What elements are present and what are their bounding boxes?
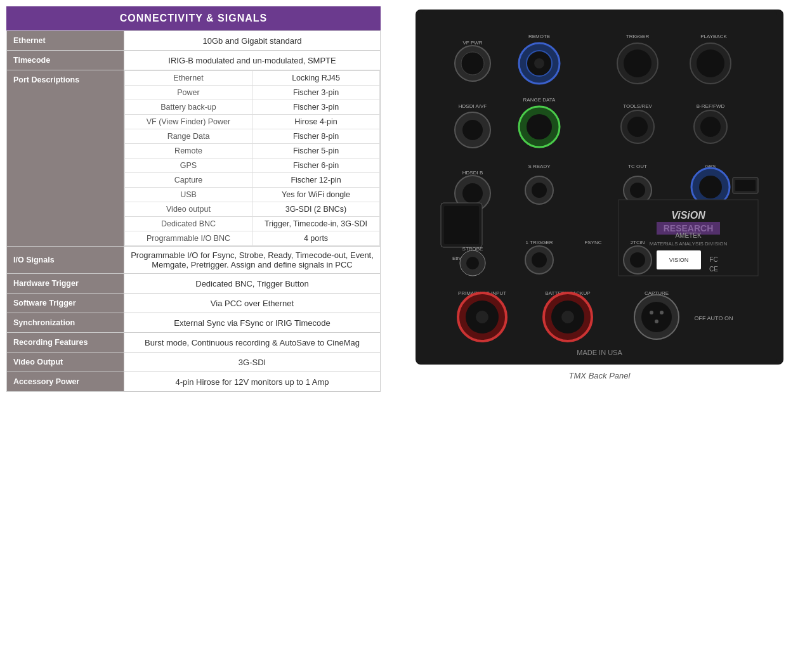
svg-text:S READY: S READY bbox=[528, 164, 551, 169]
svg-point-37 bbox=[699, 176, 722, 198]
svg-point-66 bbox=[476, 311, 488, 323]
svg-point-33 bbox=[532, 183, 547, 198]
svg-text:PLAYBACK: PLAYBACK bbox=[700, 34, 727, 39]
svg-point-35 bbox=[630, 183, 645, 198]
row-value: External Sync via FSync or IRIG Timecode bbox=[124, 313, 381, 333]
page-wrapper: CONNECTIVITY & SIGNALS Ethernet10Gb and … bbox=[0, 0, 812, 398]
table-row: Software TriggerVia PCC over Ethernet bbox=[7, 294, 381, 313]
port-connector: 4 ports bbox=[252, 231, 380, 246]
row-label: I/O Signals bbox=[7, 247, 124, 274]
svg-point-59 bbox=[532, 252, 547, 268]
row-value: Burst mode, Continuous recording & AutoS… bbox=[124, 333, 381, 353]
table-row: Ethernet10Gb and Gigabit standard bbox=[7, 31, 381, 51]
row-label: Recording Features bbox=[7, 333, 124, 353]
port-row: Range DataFischer 8-pin bbox=[125, 129, 380, 144]
svg-text:HDSDI B: HDSDI B bbox=[462, 170, 483, 176]
row-value: Programmable I/O for Fsync, Strobe, Read… bbox=[124, 247, 381, 274]
table-row: Video Output3G-SDI bbox=[7, 353, 381, 372]
svg-point-62 bbox=[630, 252, 645, 268]
image-caption: TMX Back Panel bbox=[569, 371, 631, 380]
svg-text:MATERIALS ANALYSIS DIVISION: MATERIALS ANALYSIS DIVISION bbox=[650, 241, 728, 247]
svg-point-76 bbox=[655, 320, 658, 323]
row-label: Accessory Power bbox=[7, 372, 124, 392]
svg-rect-51 bbox=[444, 206, 479, 244]
svg-text:AMETEK: AMETEK bbox=[675, 232, 701, 239]
port-name: Programmable I/O BNC bbox=[125, 231, 252, 246]
svg-point-73 bbox=[641, 302, 672, 332]
left-panel: CONNECTIVITY & SIGNALS Ethernet10Gb and … bbox=[6, 6, 381, 392]
port-connector: Yes for WiFi dongle bbox=[252, 188, 380, 202]
table-row: Hardware TriggerDedicated BNC, Trigger B… bbox=[7, 274, 381, 294]
svg-text:CE: CE bbox=[709, 266, 718, 273]
svg-point-6 bbox=[461, 52, 484, 75]
svg-point-13 bbox=[697, 49, 724, 77]
port-name: Range Data bbox=[125, 129, 252, 144]
connectivity-table: Ethernet10Gb and Gigabit standardTimecod… bbox=[6, 30, 381, 392]
svg-text:FSYNC: FSYNC bbox=[584, 240, 601, 245]
svg-point-21 bbox=[527, 114, 552, 139]
table-row: SynchronizationExternal Sync via FSync o… bbox=[7, 313, 381, 333]
row-value: 3G-SDI bbox=[124, 353, 381, 372]
svg-point-11 bbox=[624, 49, 652, 77]
port-connector: Fischer 3-pin bbox=[252, 100, 380, 115]
camera-panel-svg: VF PWR REMOTE TRIGGER PLAYBACK bbox=[416, 10, 783, 365]
port-connector: Locking RJ45 bbox=[252, 71, 380, 86]
row-value: 4-pin Hirose for 12V monitors up to 1 Am… bbox=[124, 372, 381, 392]
port-name: Capture bbox=[125, 173, 252, 188]
svg-text:1 TRIGGER: 1 TRIGGER bbox=[526, 240, 553, 245]
svg-text:RANGE DATA: RANGE DATA bbox=[523, 97, 556, 103]
port-row: Video output3G-SDI (2 BNCs) bbox=[125, 202, 380, 217]
port-connector: Hirose 4-pin bbox=[252, 115, 380, 129]
table-row: TimecodeIRIG-B modulated and un-modulate… bbox=[7, 51, 381, 70]
svg-point-70 bbox=[561, 311, 574, 323]
svg-text:2TCiN: 2TCiN bbox=[631, 240, 645, 245]
port-connector: Trigger, Timecode-in, 3G-SDI bbox=[252, 217, 380, 231]
port-row: RemoteFischer 5-pin bbox=[125, 144, 380, 159]
table-row: Accessory Power4-pin Hirose for 12V moni… bbox=[7, 372, 381, 392]
port-row: Dedicated BNCTrigger, Timecode-in, 3G-SD… bbox=[125, 217, 380, 231]
svg-text:MADE IN USA: MADE IN USA bbox=[577, 349, 622, 356]
row-label: Video Output bbox=[7, 353, 124, 372]
port-row: Programmable I/O BNC4 ports bbox=[125, 231, 380, 246]
svg-point-9 bbox=[534, 58, 544, 68]
svg-text:VF PWR: VF PWR bbox=[462, 40, 482, 46]
port-name: GPS bbox=[125, 159, 252, 173]
camera-back-panel: VF PWR REMOTE TRIGGER PLAYBACK bbox=[416, 10, 783, 365]
svg-text:REMOTE: REMOTE bbox=[528, 34, 550, 39]
row-label: Ethernet bbox=[7, 31, 124, 51]
row-value: Via PCC over Ethernet bbox=[124, 294, 381, 313]
port-row: CaptureFischer 12-pin bbox=[125, 173, 380, 188]
port-connector: 3G-SDI (2 BNCs) bbox=[252, 202, 380, 217]
port-name: USB bbox=[125, 188, 252, 202]
row-value: 10Gb and Gigabit standard bbox=[124, 31, 381, 51]
table-row: I/O SignalsProgrammable I/O for Fsync, S… bbox=[7, 247, 381, 274]
port-connector: Fischer 6-pin bbox=[252, 159, 380, 173]
row-label: Timecode bbox=[7, 51, 124, 70]
svg-point-74 bbox=[650, 311, 653, 314]
port-row: USBYes for WiFi dongle bbox=[125, 188, 380, 202]
svg-point-31 bbox=[462, 183, 483, 204]
port-name: Ethernet bbox=[125, 71, 252, 86]
row-label: Software Trigger bbox=[7, 294, 124, 313]
svg-text:OFF  AUTO  ON: OFF AUTO ON bbox=[695, 315, 733, 321]
svg-point-23 bbox=[627, 117, 648, 137]
port-row: PowerFischer 3-pin bbox=[125, 86, 380, 100]
port-connector: Fischer 12-pin bbox=[252, 173, 380, 188]
svg-text:VISION: VISION bbox=[669, 257, 689, 263]
port-name: Video output bbox=[125, 202, 252, 217]
port-name: Power bbox=[125, 86, 252, 100]
row-value: IRIG-B modulated and un-modulated, SMPTE bbox=[124, 51, 381, 70]
svg-text:B-REF/FWD: B-REF/FWD bbox=[697, 103, 725, 109]
port-row: EthernetLocking RJ45 bbox=[125, 71, 380, 86]
svg-point-19 bbox=[462, 120, 483, 140]
port-row: VF (View Finder) PowerHirose 4-pin bbox=[125, 115, 380, 129]
port-name: Battery back-up bbox=[125, 100, 252, 115]
row-value: Dedicated BNC, Trigger Button bbox=[124, 274, 381, 294]
table-row: Recording FeaturesBurst mode, Continuous… bbox=[7, 333, 381, 353]
row-label: Hardware Trigger bbox=[7, 274, 124, 294]
port-name: Dedicated BNC bbox=[125, 217, 252, 231]
port-name: VF (View Finder) Power bbox=[125, 115, 252, 129]
svg-text:TC OUT: TC OUT bbox=[628, 164, 647, 169]
svg-point-75 bbox=[660, 311, 664, 314]
port-row: Battery back-upFischer 3-pin bbox=[125, 100, 380, 115]
